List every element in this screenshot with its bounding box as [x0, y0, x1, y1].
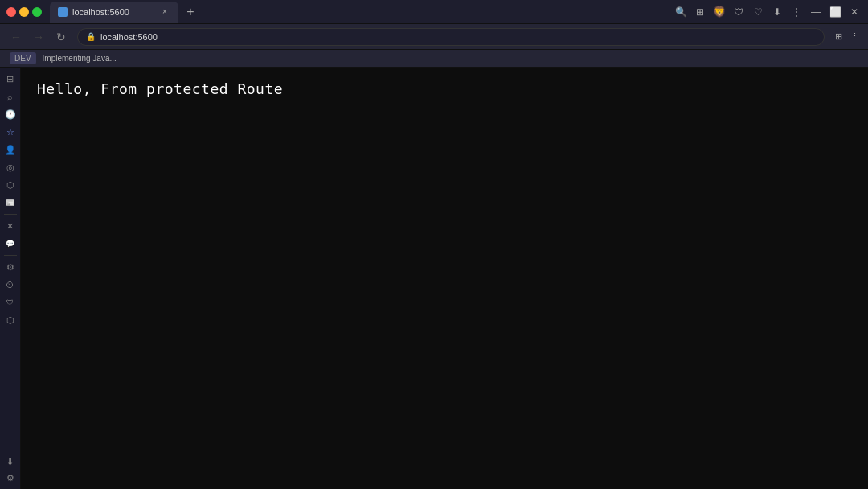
brave-icon: 🦁: [712, 5, 727, 19]
download-toolbar-icon[interactable]: ⬇: [770, 5, 784, 19]
maximize-window-button[interactable]: [32, 7, 42, 17]
sidebar-icon-extensions[interactable]: ⊞: [2, 71, 18, 87]
active-tab[interactable]: localhost:5600 ×: [50, 2, 178, 23]
sidebar-icon-profile[interactable]: 👤: [2, 142, 18, 158]
address-input[interactable]: [100, 32, 816, 42]
close-title-icon[interactable]: ✕: [847, 5, 862, 19]
close-window-button[interactable]: [6, 7, 16, 17]
sidebar-icon-news[interactable]: 📰: [2, 195, 18, 211]
forward-button[interactable]: →: [29, 27, 48, 47]
minimize-icon[interactable]: —: [809, 5, 823, 19]
search-toolbar-icon[interactable]: 🔍: [674, 5, 688, 19]
back-button[interactable]: ←: [6, 27, 26, 47]
new-tab-button[interactable]: +: [182, 3, 199, 21]
forward-icon: →: [33, 31, 44, 43]
nav-action-icon-1[interactable]: ⊞: [831, 30, 845, 44]
sidebar-icon-settings[interactable]: ⚙: [2, 259, 18, 275]
tab-favicon-icon: [58, 7, 68, 17]
bookmark-tag: DEV: [10, 52, 36, 64]
extension-toolbar-icon[interactable]: ⊞: [693, 5, 707, 19]
vpn-toolbar-icon[interactable]: 🛡: [731, 5, 746, 19]
tab-bar: localhost:5600 × +: [50, 2, 669, 23]
bookmark-item-1[interactable]: Implementing Java...: [43, 54, 117, 63]
bookmark-bar: DEV Implementing Java...: [0, 50, 868, 68]
sidebar-icon-share[interactable]: ⬡: [2, 312, 18, 328]
sidebar-icon-chat[interactable]: 💬: [2, 236, 18, 252]
page-heading: Hello, From protected Route: [37, 80, 852, 97]
favorites-toolbar-icon[interactable]: ♡: [751, 5, 765, 19]
reload-button[interactable]: ↻: [51, 27, 71, 47]
sidebar-icon-bookmarks[interactable]: ☆: [2, 124, 18, 140]
content-area: Hello, From protected Route: [21, 68, 868, 489]
sidebar-divider-2: [4, 255, 17, 256]
sidebar-icon-history[interactable]: 🕐: [2, 106, 18, 122]
nav-action-icon-2[interactable]: ⋮: [847, 30, 862, 44]
sidebar-bottom: ⬇ ⚙: [2, 454, 18, 486]
title-bar: localhost:5600 × + 🔍 ⊞ 🦁 🛡 ♡ ⬇ ⋮ — ⬜ ✕: [0, 0, 868, 24]
nav-bar: ← → ↻ 🔒 ⊞ ⋮: [0, 24, 868, 50]
sidebar-icon-vpn[interactable]: 🛡: [2, 294, 18, 310]
sidebar-icon-close[interactable]: ✕: [2, 218, 18, 234]
sidebar-divider-1: [4, 214, 17, 215]
minimize-window-button[interactable]: [19, 7, 29, 17]
sidebar-icon-timer[interactable]: ⏲: [2, 277, 18, 293]
lock-icon: 🔒: [86, 32, 96, 41]
more-toolbar-icon[interactable]: ⋮: [789, 5, 804, 19]
sidebar: ⊞ ⌕ 🕐 ☆ 👤 ◎ ⬡ 📰 ✕ 💬 ⚙ ⏲ 🛡 ⬡ ⬇ ⚙: [0, 68, 21, 489]
reload-icon: ↻: [56, 31, 66, 43]
sidebar-icon-search[interactable]: ⌕: [2, 88, 18, 105]
sidebar-icon-bottom-1[interactable]: ⬇: [2, 454, 18, 470]
back-icon: ←: [10, 31, 22, 43]
window-controls: [6, 7, 42, 17]
sidebar-icon-wallet[interactable]: ◎: [2, 159, 18, 175]
title-bar-actions: 🔍 ⊞ 🦁 🛡 ♡ ⬇ ⋮ — ⬜ ✕: [674, 5, 862, 19]
sidebar-icon-rewards[interactable]: ⬡: [2, 177, 18, 193]
sidebar-icon-bottom-2[interactable]: ⚙: [2, 470, 18, 486]
tab-title-label: localhost:5600: [72, 7, 154, 17]
main-layout: ⊞ ⌕ 🕐 ☆ 👤 ◎ ⬡ 📰 ✕ 💬 ⚙ ⏲ 🛡 ⬡ ⬇ ⚙ Hello, F…: [0, 68, 868, 489]
address-bar[interactable]: 🔒: [77, 28, 825, 46]
tab-close-button[interactable]: ×: [159, 6, 170, 18]
restore-icon[interactable]: ⬜: [828, 5, 842, 19]
nav-actions: ⊞ ⋮: [831, 30, 862, 44]
